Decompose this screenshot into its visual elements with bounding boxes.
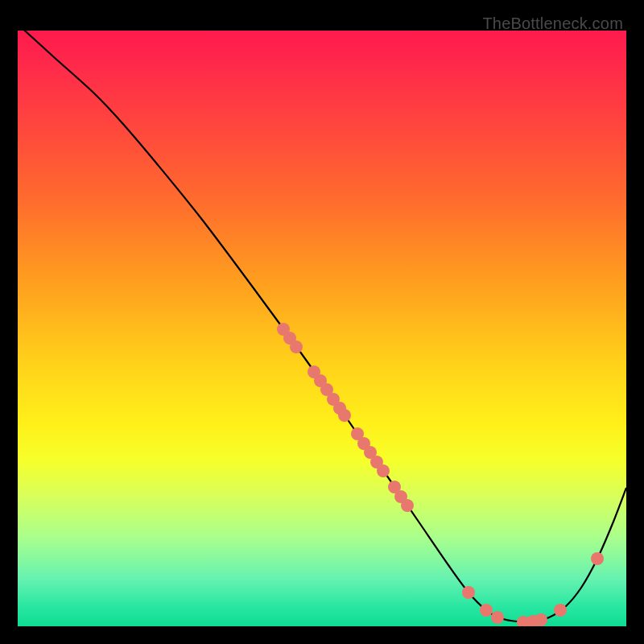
curve-svg [18, 31, 626, 626]
sample-dot [591, 552, 604, 565]
bottleneck-curve [18, 31, 626, 622]
sample-dot [480, 604, 493, 617]
sample-dot [338, 409, 351, 422]
sample-dot [462, 586, 475, 599]
sample-dot [401, 499, 414, 512]
sample-dots [277, 323, 604, 626]
sample-dot [535, 613, 547, 626]
sample-dot [290, 341, 303, 353]
heatmap-plot-area [18, 31, 626, 626]
sample-dot [491, 611, 504, 624]
chart-frame: TheBottleneck.com [13, 13, 631, 631]
sample-dot [377, 464, 390, 477]
sample-dot [554, 604, 567, 617]
